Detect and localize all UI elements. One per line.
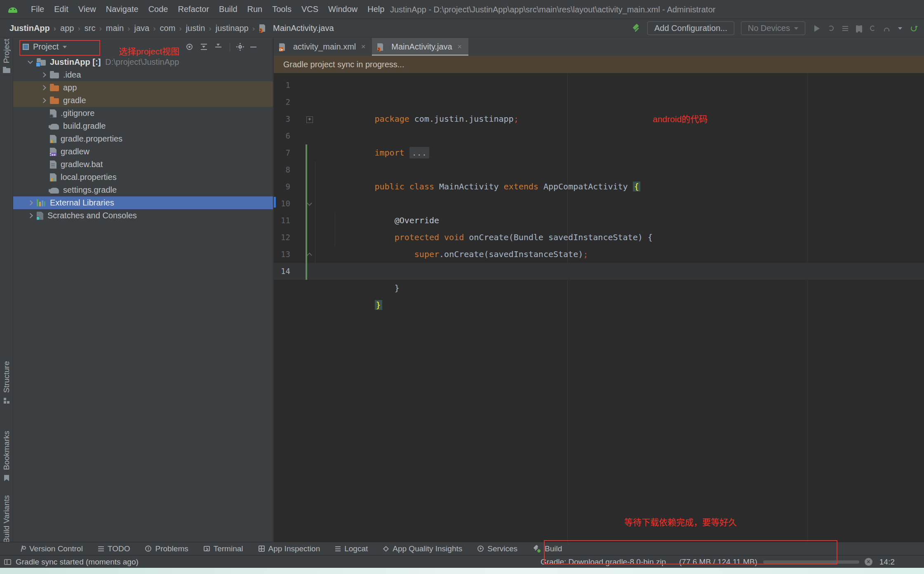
desktop-edge-strip [0,568,924,574]
tree-row[interactable]: External Libraries [13,196,273,209]
chevron-down-icon[interactable] [898,27,902,30]
menu-item[interactable]: Window [324,3,362,16]
breadcrumb-item[interactable]: src [83,24,103,33]
fold-marker-icon[interactable] [306,263,313,280]
tree-row[interactable]: Scratches and Consoles [13,209,273,222]
rerun-activity-icon[interactable] [828,26,834,31]
tree-chevron-icon[interactable] [27,209,37,222]
add-configuration-button[interactable]: Add Configuration... [647,21,734,35]
editor-tab[interactable]: MainActivity.java [372,38,468,56]
fold-marker-icon[interactable] [306,195,313,212]
tool-window-button[interactable]: Problems [145,544,188,553]
breadcrumb-item[interactable]: app [59,24,82,33]
menu-item[interactable]: File [26,3,49,16]
fold-marker-icon[interactable] [306,94,313,111]
breadcrumb-item[interactable]: main [105,24,132,33]
editor-tab[interactable]: activity_main.xml [274,38,372,56]
tree-row[interactable]: JustinApp [:] D:\project\JustinApp [13,56,273,69]
tab-label: MainActivity.java [391,42,452,52]
fold-marker-icon[interactable] [306,128,313,144]
menu-item[interactable]: Code [144,3,173,16]
breadcrumb-item[interactable]: justinapp [214,24,256,33]
attach-profiler-icon[interactable] [870,26,875,31]
fold-marker-icon[interactable] [306,77,313,94]
tree-row[interactable]: gradlew.bat [13,158,273,171]
tool-window-button[interactable]: App Quality Insights [383,544,462,553]
device-selector-dropdown[interactable]: No Devices [741,21,805,35]
tree-row[interactable]: .gitignore [13,107,273,120]
breadcrumb-item[interactable]: java [133,24,157,33]
gear-icon[interactable] [238,45,242,49]
tree-item-label: gradlew [61,147,89,156]
fold-marker-icon[interactable] [306,111,313,128]
menu-item[interactable]: Run [243,3,267,16]
collapse-all-icon[interactable] [215,44,221,50]
breadcrumb-file[interactable]: MainActivity.java [259,24,334,33]
tree-chevron-icon[interactable] [27,56,37,69]
fold-marker-icon[interactable] [306,229,313,246]
run-icon[interactable] [814,25,820,32]
tree-row[interactable]: gradlew [13,145,273,158]
left-tool-window-bar: Project Structure Bookmarks Build Varian… [0,38,13,542]
tree-chevron-icon[interactable] [27,196,37,209]
tool-window-button[interactable]: Version Control [20,544,83,553]
expand-all-icon[interactable] [201,44,207,50]
tree-row[interactable]: settings.gradle [13,184,273,196]
breadcrumb-root[interactable]: JustinApp [8,24,57,33]
tool-window-button[interactable]: Logcat [335,544,368,553]
menu-item[interactable]: Build [214,3,242,16]
tree-chevron-icon[interactable] [40,69,50,81]
fold-marker-icon[interactable] [306,161,313,178]
menu-item[interactable]: Navigate [101,3,143,16]
tree-item-icon [50,85,59,91]
tree-chevron-icon[interactable] [40,158,50,171]
profiler-icon[interactable] [884,28,889,31]
menu-item[interactable]: VCS [297,3,323,16]
tool-window-button-bookmarks[interactable]: Bookmarks [0,431,13,481]
code-editor[interactable]: 1 package com.justin.justinapp; 2 3 [274,73,924,542]
tool-window-button-structure[interactable]: Structure [0,361,13,404]
tool-window-button[interactable]: Build [533,544,562,553]
tree-chevron-icon[interactable] [40,107,50,120]
menu-item[interactable]: Help [363,3,389,16]
tree-chevron-icon[interactable] [40,132,50,145]
breadcrumb-item[interactable]: justin [185,24,213,33]
tool-window-button[interactable]: Terminal [204,544,243,553]
close-icon[interactable] [360,43,367,51]
tool-window-button[interactable]: App Inspection [259,544,320,553]
menu-item[interactable]: View [74,3,101,16]
tree-row[interactable]: app [13,81,273,94]
fold-marker-icon[interactable] [306,178,313,195]
fold-marker-icon[interactable] [306,212,313,229]
menu-item[interactable]: Edit [49,3,73,16]
tree-chevron-icon[interactable] [40,81,50,94]
tool-window-button[interactable]: TODO [98,544,130,553]
tree-row[interactable]: local.properties [13,171,273,184]
tool-window-icon [204,546,210,551]
fold-marker-icon[interactable] [306,246,313,263]
make-project-hammer-icon[interactable] [632,24,641,33]
tree-row[interactable]: build.gradle [13,120,273,132]
tool-window-button[interactable]: Services [477,544,517,553]
apply-changes-icon[interactable] [842,26,848,31]
tree-row[interactable]: gradle.properties [13,132,273,145]
hide-panel-icon[interactable] [250,47,256,47]
tree-chevron-icon[interactable] [40,145,50,158]
tool-window-button-project[interactable]: Project [0,39,13,73]
cancel-progress-icon[interactable] [865,558,872,566]
fold-marker-icon[interactable] [306,144,313,161]
close-icon[interactable] [456,43,463,51]
tool-window-toggle-icon[interactable] [4,559,11,565]
gradle-sync-icon[interactable] [911,26,917,31]
menu-item[interactable]: Tools [268,3,296,16]
select-opened-file-icon[interactable] [186,44,193,50]
tree-chevron-icon[interactable] [40,171,50,184]
breadcrumb-item[interactable]: com [159,24,183,33]
debug-icon[interactable] [857,26,861,31]
tree-chevron-icon[interactable] [40,94,50,107]
menu-item[interactable]: Refactor [173,3,214,16]
project-view-selector[interactable]: Project [33,42,59,52]
chevron-down-icon[interactable] [63,46,67,48]
tree-row[interactable]: .idea [13,69,273,81]
tree-row[interactable]: gradle [13,94,273,107]
